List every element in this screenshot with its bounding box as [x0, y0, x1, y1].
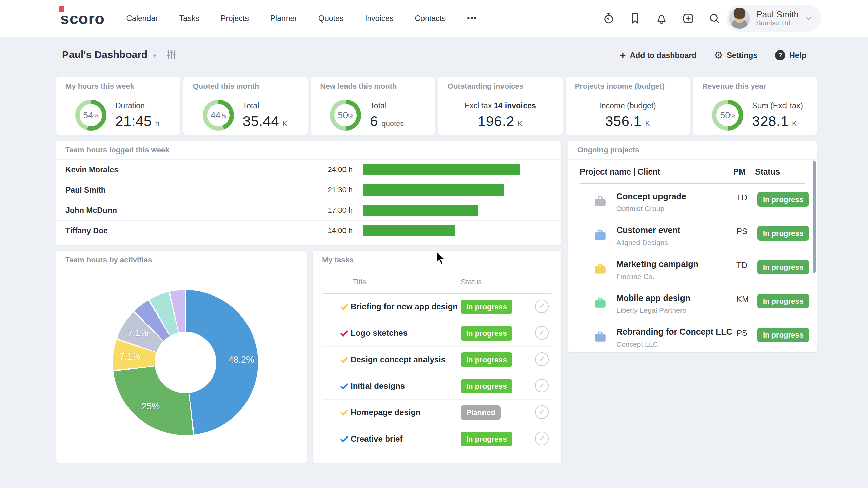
- task-status-cell: In progress: [461, 379, 512, 393]
- briefcase-icon: [594, 229, 606, 241]
- donut-slice-label: 7.1%: [127, 328, 149, 338]
- task-status-cell: In progress: [461, 300, 512, 314]
- column-header-project-client: Project name | Client: [580, 167, 660, 177]
- ongoing-projects-title: Ongoing projects: [577, 146, 639, 155]
- nav-utility-icons: [602, 12, 721, 25]
- project-row[interactable]: Mobile app designLiberty Legal PartnersK…: [568, 286, 817, 320]
- column-header-title: Title: [353, 278, 367, 286]
- kpi-value: 6quotes: [370, 113, 404, 129]
- team-hours-row: Kevin Morales24:00 h: [56, 160, 561, 180]
- kpi-card-title: My hours this week: [65, 82, 134, 91]
- kpi-label: Total: [370, 101, 404, 110]
- kpi-suffix: quotes: [381, 119, 404, 128]
- scoro-logo-accent: [59, 6, 64, 12]
- briefcase-icon: [594, 196, 606, 207]
- project-name: Rebranding for Concept LLC: [616, 327, 732, 337]
- kpi-number: 35.44: [243, 113, 279, 129]
- percent-sign: %: [221, 113, 226, 120]
- donut-slice-label: 48.2%: [228, 354, 254, 365]
- mark-done-button[interactable]: ✓: [535, 326, 549, 340]
- ongoing-projects-panel: Ongoing projects Project name | Client P…: [568, 141, 817, 352]
- kpi-value: 196.2K: [465, 113, 536, 129]
- quick-add-icon[interactable]: [682, 12, 694, 25]
- task-title: Homepage design: [351, 408, 421, 417]
- mark-done-button[interactable]: ✓: [535, 405, 549, 419]
- task-status-cell: Planned: [461, 405, 501, 420]
- task-row[interactable]: Initial designsIn progress✓: [313, 373, 561, 400]
- projects-scrollbar-thumb[interactable]: [813, 161, 816, 273]
- search-icon[interactable]: [708, 12, 721, 25]
- chevron-down-icon: [805, 15, 812, 22]
- scoro-logo-text: scoro: [60, 11, 105, 26]
- project-client: Optimist Group: [616, 205, 664, 213]
- team-hours-row: John McDunn17:30 h: [56, 200, 561, 221]
- user-identity: Paul Smith Sunrise Ltd: [756, 9, 799, 27]
- project-status-cell: In progress: [757, 294, 809, 308]
- dashboard-filter-icon[interactable]: [166, 49, 176, 60]
- task-row[interactable]: Design concept analysisIn progress✓: [313, 347, 561, 373]
- logged-hours-value: 17:30 h: [56, 206, 353, 215]
- project-pm: KM: [736, 294, 749, 304]
- progress-ring: 50%: [712, 100, 743, 131]
- nav-item-invoices[interactable]: Invoices: [365, 14, 393, 23]
- task-row[interactable]: Creative briefIn progress✓: [313, 426, 561, 452]
- team-hours-panel-title: Team hours logged this week: [65, 146, 169, 155]
- mark-done-button[interactable]: ✓: [535, 379, 549, 392]
- nav-item-calendar[interactable]: Calendar: [126, 14, 158, 23]
- ongoing-projects-rows: Concept upgradeOptimist GroupTDIn progre…: [568, 184, 817, 352]
- status-badge: In progress: [757, 260, 809, 274]
- progress-ring-number: 44: [211, 110, 221, 121]
- kpi-info: Income (budget)356.1K: [599, 101, 656, 129]
- nav-more-menu[interactable]: •••: [467, 14, 477, 23]
- nav-item-tasks[interactable]: Tasks: [179, 14, 199, 23]
- add-to-dashboard-button[interactable]: + Add to dashboard: [620, 50, 696, 60]
- progress-ring: 44%: [203, 100, 234, 131]
- project-row[interactable]: Rebranding for Concept LLCConcept LLCPSI…: [568, 320, 817, 352]
- kpi-card-header: Projects income (budget): [566, 77, 690, 96]
- logged-hours-value: 14:00 h: [56, 226, 353, 235]
- project-row[interactable]: Concept upgradeOptimist GroupTDIn progre…: [568, 184, 817, 218]
- project-client: Liberty Legal Partners: [616, 306, 686, 314]
- task-row[interactable]: Logo sketchesIn progress✓: [313, 320, 561, 347]
- status-badge: In progress: [757, 328, 809, 342]
- project-status-cell: In progress: [757, 328, 809, 342]
- mark-done-button[interactable]: ✓: [535, 352, 549, 366]
- help-button[interactable]: ? Help: [775, 50, 806, 60]
- user-name: Paul Smith: [756, 9, 799, 20]
- nav-item-contacts[interactable]: Contacts: [415, 14, 446, 23]
- kpi-card-body: 50%Total6quotes: [311, 96, 435, 135]
- progress-ring-value: 50%: [330, 100, 361, 131]
- project-pm: TD: [736, 261, 747, 270]
- notifications-bell-icon[interactable]: [655, 12, 668, 25]
- status-badge: In progress: [461, 432, 512, 446]
- settings-button[interactable]: ⚙ Settings: [714, 50, 757, 60]
- task-row[interactable]: Briefing for new app designIn progress✓: [313, 294, 561, 320]
- user-menu[interactable]: Paul Smith Sunrise Ltd: [726, 5, 821, 32]
- nav-item-projects[interactable]: Projects: [221, 14, 249, 23]
- scoro-logo[interactable]: scoro: [60, 11, 105, 26]
- mark-done-button[interactable]: ✓: [535, 300, 549, 313]
- kpi-value: 356.1K: [599, 113, 656, 129]
- nav-item-quotes[interactable]: Quotes: [318, 14, 343, 23]
- kpi-card-body: 50%Sum (Excl tax)328.1K: [693, 96, 817, 135]
- my-tasks-panel: My tasks Title Status Briefing for new a…: [313, 251, 561, 463]
- nav-item-planner[interactable]: Planner: [270, 14, 297, 23]
- task-row[interactable]: Homepage designPlanned✓: [313, 400, 561, 426]
- bookmarks-icon[interactable]: [629, 12, 642, 25]
- project-row[interactable]: Marketing campaignFineline Co.TDIn progr…: [568, 252, 817, 286]
- project-row[interactable]: Customer eventAligned DesignsPSIn progre…: [568, 218, 817, 252]
- percent-sign: %: [730, 113, 735, 120]
- progress-ring-value: 54%: [75, 100, 106, 131]
- time-tracker-icon[interactable]: [602, 12, 615, 25]
- kpi-info: Excl tax 14 invoices196.2K: [465, 101, 536, 129]
- mark-done-button[interactable]: ✓: [535, 432, 549, 445]
- user-company: Sunrise Ltd: [756, 19, 799, 27]
- progress-ring-value: 44%: [203, 100, 234, 131]
- my-tasks-table-header: Title Status: [313, 269, 561, 294]
- dashboard-switcher-caret-icon[interactable]: ▾: [153, 50, 156, 59]
- kpi-card-body: 44%Total35.44K: [183, 96, 308, 135]
- kpi-number: 196.2: [478, 113, 514, 129]
- task-status-cell: In progress: [461, 352, 512, 367]
- kpi-card: Projects income (budget)Income (budget)3…: [566, 77, 690, 135]
- kpi-suffix: K: [792, 119, 797, 128]
